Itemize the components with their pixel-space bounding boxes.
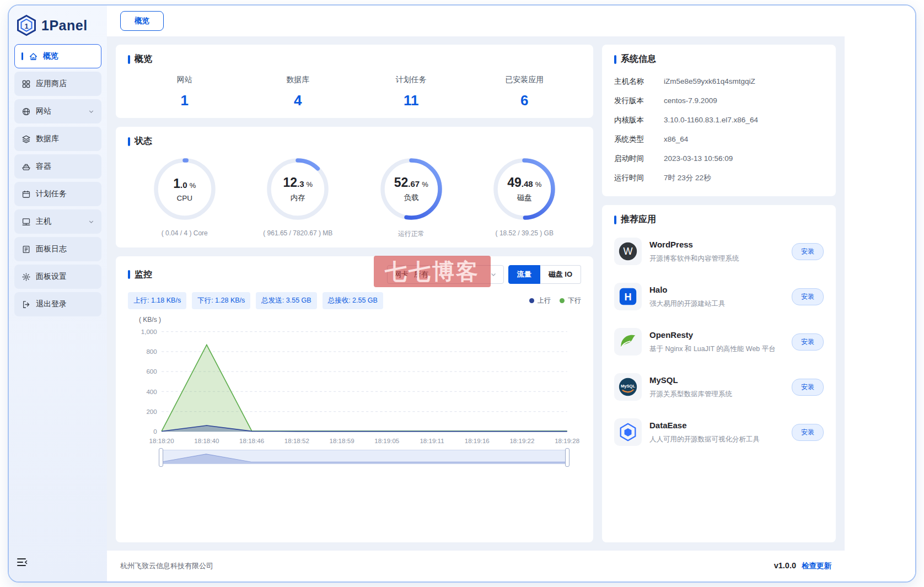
install-button[interactable]: 安装 [792, 379, 824, 396]
stat-cronjobs: 计划任务 11 [354, 75, 468, 109]
chart-brush[interactable] [161, 450, 567, 464]
legend-up-dot-icon [529, 298, 534, 303]
info-row-release: 发行版本 centos-7.9.2009 [614, 91, 824, 110]
sidebar-item-app-store[interactable]: 应用商店 [14, 72, 101, 96]
gauge-load: 52.67% 负载 运行正常 [354, 156, 468, 239]
version-label: v1.0.0 [774, 561, 796, 570]
globe-icon [22, 107, 31, 116]
sidebar-item-container[interactable]: 容器 [14, 154, 101, 179]
tab-overview[interactable]: 概览 [120, 11, 164, 31]
svg-text:18:19:28: 18:19:28 [555, 438, 579, 444]
legend-down-dot-icon [560, 298, 565, 303]
sidebar-item-overview[interactable]: 概览 [14, 44, 101, 68]
stat-value[interactable]: 11 [354, 92, 468, 109]
section-marker [128, 55, 130, 64]
svg-text:400: 400 [146, 389, 157, 395]
calendar-icon [22, 190, 31, 199]
gauge-cpu: 1.0% CPU ( 0.04 / 4 ) Core [128, 156, 241, 239]
sidebar-item-database[interactable]: 数据库 [14, 127, 101, 151]
legend-down[interactable]: 下行 [560, 296, 581, 305]
chart-y-axis-unit: ( KB/s ) [139, 316, 581, 324]
document-icon [22, 245, 31, 254]
stat-value[interactable]: 1 [128, 92, 241, 109]
install-button[interactable]: 安装 [792, 243, 824, 260]
tab-traffic[interactable]: 流量 [508, 265, 540, 284]
section-marker [614, 55, 616, 64]
gauge-label: 负载 [404, 193, 418, 203]
app-row-openresty: OpenResty 基于 Nginx 和 LuaJIT 的高性能 Web 平台 … [614, 319, 824, 364]
app-description: 开源博客软件和内容管理系统 [649, 254, 784, 263]
svg-text:0: 0 [153, 428, 157, 435]
legend-up[interactable]: 上行 [529, 296, 551, 305]
sidebar-item-panel-log[interactable]: 面板日志 [14, 237, 101, 261]
brush-handle-right[interactable] [565, 448, 570, 467]
section-marker [614, 216, 616, 224]
svg-text:18:18:40: 18:18:40 [194, 438, 219, 444]
gauge-label: CPU [176, 194, 192, 202]
nic-select[interactable]: 网卡 所有 [387, 265, 504, 284]
gauge-memory: 12.3% 内存 ( 961.65 / 7820.67 ) MB [241, 156, 355, 239]
sidebar-item-cronjob[interactable]: 计划任务 [14, 182, 101, 206]
app-name: WordPress [649, 240, 693, 249]
system-info-title: 系统信息 [621, 53, 656, 65]
svg-text:18:18:59: 18:18:59 [330, 438, 354, 444]
sidebar-item-label: 概览 [43, 51, 58, 61]
gauge-label: 磁盘 [517, 193, 532, 203]
overview-stats: 网站 1 数据库 4 计划任务 11 已安装应用 [128, 75, 581, 109]
monitor-card: 监控 网卡 所有 流量 [116, 256, 593, 542]
gauge-subtext: ( 0.04 / 4 ) Core [162, 229, 208, 237]
ship-icon [22, 162, 31, 171]
sidebar-collapse-button[interactable] [14, 554, 33, 573]
recommended-apps-title: 推荐应用 [621, 214, 656, 225]
sidebar-item-panel-settings[interactable]: 面板设置 [14, 265, 101, 289]
nic-select-value: 所有 [414, 270, 428, 279]
active-indicator-bar [22, 52, 23, 60]
collapse-menu-icon [17, 557, 29, 567]
svg-text:18:19:22: 18:19:22 [509, 438, 534, 444]
sidebar-item-label: 数据库 [36, 134, 59, 144]
gauge-value: 52.67% [394, 175, 428, 190]
install-button[interactable]: 安装 [792, 333, 824, 351]
section-marker [128, 270, 130, 279]
recommended-apps-card: 推荐应用 W WordPress 开源博客软件和内容管理系统 安装 [602, 205, 836, 542]
svg-text:18:19:16: 18:19:16 [465, 438, 490, 444]
sidebar-item-label: 容器 [36, 161, 51, 171]
gauge-value: 12.3% [283, 175, 313, 190]
halo-icon: H [614, 283, 642, 310]
check-update-link[interactable]: 检查更新 [802, 561, 831, 571]
left-column: 概览 网站 1 数据库 4 计划任务 11 [116, 45, 593, 542]
nic-select-prefix: 网卡 [394, 270, 409, 279]
app-name: MySQL [649, 375, 678, 385]
sidebar: 1 1Panel 概览 应用商店 网站 [9, 6, 107, 581]
tab-disk-io[interactable]: 磁盘 IO [540, 265, 581, 284]
brush-handle-left[interactable] [159, 448, 163, 467]
sidebar-menu: 概览 应用商店 网站 数据库 [14, 44, 101, 316]
stat-label: 数据库 [241, 75, 355, 85]
info-row-arch: 系统类型 x86_64 [614, 130, 824, 149]
app-grid-icon [22, 79, 31, 89]
gauge-subtext: ( 961.65 / 7820.67 ) MB [263, 229, 332, 237]
gauge-subtext: ( 18.52 / 39.25 ) GB [496, 229, 554, 237]
svg-text:W: W [623, 246, 632, 257]
svg-text:1,000: 1,000 [141, 328, 157, 335]
sidebar-item-label: 应用商店 [36, 79, 67, 89]
install-button[interactable]: 安装 [792, 424, 824, 441]
brush-mini-chart [161, 450, 567, 464]
sidebar-item-website[interactable]: 网站 [14, 99, 101, 123]
sidebar-item-label: 面板日志 [36, 244, 67, 254]
install-button[interactable]: 安装 [792, 288, 824, 305]
sidebar-item-label: 网站 [36, 106, 51, 116]
logo-text: 1Panel [41, 18, 88, 34]
stat-value[interactable]: 6 [468, 92, 582, 109]
mysql-icon: MySQL [614, 373, 642, 401]
sidebar-item-logout[interactable]: 退出登录 [14, 292, 101, 316]
openresty-icon [614, 328, 642, 356]
logo-hexagon-icon: 1 [15, 14, 37, 36]
right-column: 系统信息 主机名称 iZm5e8e59yxk61q4smtgqiZ 发行版本 c… [602, 45, 836, 542]
gauge-subtext: 运行正常 [398, 229, 425, 239]
badge-up-rate: 上行: 1.18 KB/s [128, 292, 186, 309]
app-window: 1 1Panel 概览 应用商店 网站 [8, 4, 916, 583]
stat-value[interactable]: 4 [241, 92, 355, 109]
stat-databases: 数据库 4 [241, 75, 355, 109]
sidebar-item-host[interactable]: 主机 [14, 209, 101, 234]
